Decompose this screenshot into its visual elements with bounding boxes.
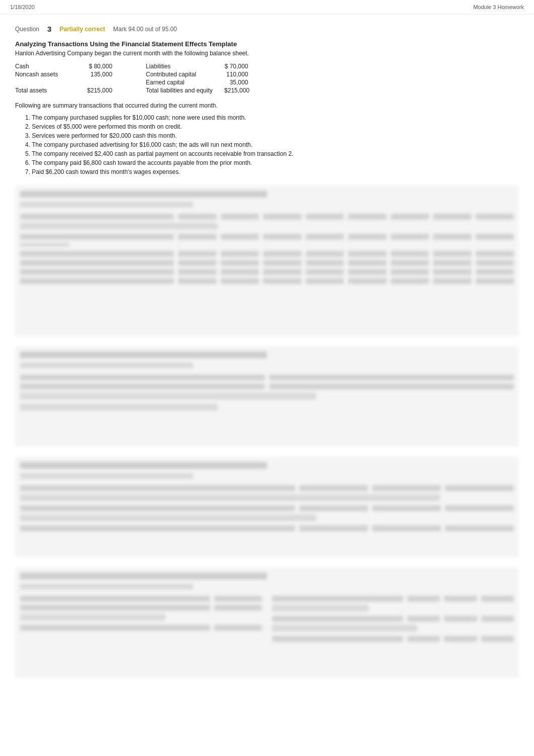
question-status: Partially correct [59,26,105,33]
module-title: Module 3 Homework [473,4,524,10]
bs-right-4: Total liabilities and equity $215,000 [146,87,249,94]
blurred-section-2 [15,346,519,447]
transaction-5: 5. The company received $2,400 cash as p… [25,150,519,157]
section-title: Analyzing Transactions Using the Financi… [15,40,519,48]
bs-contributed-label: Contributed capital [146,71,211,78]
balance-sheet-table: Cash $ 80,000 Liabilities $ 70,000 Nonca… [15,63,519,94]
transaction-6: 6. The company paid $6,800 cash toward t… [25,159,519,166]
transaction-4: 4. The company purchased advertising for… [25,141,519,148]
bs-left-3 [15,79,116,86]
date-label: 1/18/2020 [10,4,35,10]
bs-total-liabilities-label: Total liabilities and equity [146,87,213,94]
bs-contributed-value: 110,000 [213,71,248,78]
transaction-7: 7. Paid $6,200 cash toward this month's … [25,168,519,175]
section-subtitle: Hanlon Advertising Company began the cur… [15,50,519,57]
bs-liabilities-value: $ 70,000 [213,63,248,70]
blurred-section-4 [15,568,519,678]
bs-left-1: Cash $ 80,000 [15,63,116,70]
bs-cash-label: Cash [15,63,75,70]
transaction-1: 1. The company purchased supplies for $1… [25,114,519,121]
transaction-2: 2. Services of $5,000 were performed thi… [25,123,519,130]
question-header: Question 3 Partially correct Mark 94.00 … [15,25,519,33]
bs-total-liabilities-value: $215,000 [214,87,249,94]
blurred-section-3 [15,457,519,557]
bs-left-2: Noncash assets 135,000 [15,71,116,78]
bs-total-assets-label: Total assets [15,87,75,94]
bs-noncash-value: 135,000 [77,71,112,78]
bs-earned-value: 35,000 [213,79,248,86]
bs-total-assets-value: $215,000 [77,87,112,94]
transactions-intro: Following are summary transactions that … [15,102,519,109]
bs-left-4: Total assets $215,000 [15,87,116,94]
bs-right-2: Contributed capital 110,000 [146,71,248,78]
question-number: 3 [47,25,51,33]
bs-row-4: Total assets $215,000 Total liabilities … [15,87,519,94]
bs-right-3: Earned capital 35,000 [146,79,248,86]
bs-liabilities-label: Liabilities [146,63,211,70]
bs-earned-label: Earned capital [146,79,211,86]
bs-row-2: Noncash assets 135,000 Contributed capit… [15,71,519,78]
question-label: Question [15,26,39,33]
question-mark: Mark 94.00 out of 95.00 [113,26,177,33]
blurred-section-1 [15,185,519,336]
transactions-list: 1. The company purchased supplies for $1… [25,114,519,175]
bs-cash-value: $ 80,000 [77,63,112,70]
bs-row-1: Cash $ 80,000 Liabilities $ 70,000 [15,63,519,70]
bs-row-3: Earned capital 35,000 [15,79,519,86]
bs-noncash-label: Noncash assets [15,71,75,78]
bs-right-1: Liabilities $ 70,000 [146,63,248,70]
transaction-3: 3. Services were performed for $20,000 c… [25,132,519,139]
